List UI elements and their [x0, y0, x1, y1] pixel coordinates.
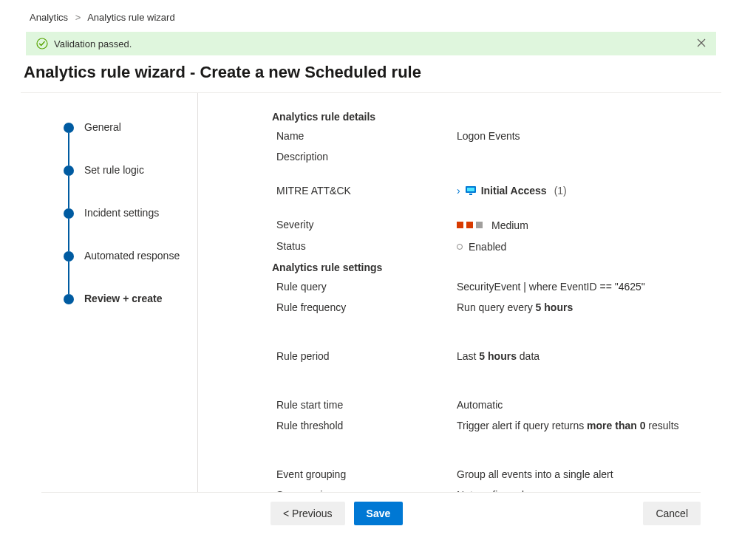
section-rule-details: Analytics rule details [272, 111, 714, 123]
svg-rect-2 [467, 188, 474, 191]
step-dot-icon [64, 294, 74, 304]
chevron-right-icon: › [457, 185, 460, 197]
footer: < Previous Save Cancel [41, 492, 701, 534]
label-description: Description [272, 151, 457, 163]
breadcrumb: Analytics > Analytics rule wizard [0, 0, 742, 32]
severity-bar-icon [466, 222, 473, 228]
row-name: Name Logon Events [272, 130, 714, 142]
step-incident-settings[interactable]: Incident settings [64, 208, 197, 251]
value-start: Automatic [457, 399, 714, 411]
value-threshold: Trigger alert if query returns more than… [457, 420, 714, 431]
step-label: Review + create [84, 293, 162, 304]
label-severity: Severity [272, 219, 457, 231]
step-label: Automated response [84, 250, 180, 262]
step-dot-icon [64, 123, 74, 133]
row-severity: Severity Medium [272, 219, 714, 231]
value-period: Last 5 hours data [457, 350, 714, 362]
label-query: Rule query [272, 281, 457, 293]
label-status: Status [272, 240, 457, 252]
step-dot-icon [64, 208, 74, 219]
label-period: Rule period [272, 350, 457, 362]
row-description: Description [272, 151, 714, 163]
label-frequency: Rule frequency [272, 301, 457, 313]
check-circle-icon [36, 38, 48, 49]
step-label: General [84, 121, 121, 133]
text: Trigger alert if query returns [457, 420, 587, 431]
mitre-count: (1) [554, 185, 567, 197]
circle-icon [457, 244, 463, 250]
label-grouping: Event grouping [272, 468, 457, 480]
text: results [645, 420, 678, 431]
row-period: Rule period Last 5 hours data [272, 350, 714, 362]
text-bold: more than 0 [587, 420, 645, 431]
mitre-tactic-name: Initial Access [481, 185, 547, 197]
page-title: Analytics rule wizard - Create a new Sch… [24, 63, 742, 82]
row-threshold: Rule threshold Trigger alert if query re… [272, 420, 714, 431]
text: data [517, 350, 540, 362]
text: Run query every [457, 301, 536, 313]
status-text: Enabled [469, 241, 506, 253]
row-status: Status Enabled [272, 240, 714, 253]
label-name: Name [272, 130, 457, 142]
label-mitre: MITRE ATT&CK [272, 185, 457, 197]
row-frequency: Rule frequency Run query every 5 hours [272, 301, 714, 313]
step-set-rule-logic[interactable]: Set rule logic [64, 165, 197, 208]
status-value: Enabled [457, 241, 506, 253]
row-start: Rule start time Automatic [272, 399, 714, 411]
text: Last [457, 350, 479, 362]
row-suppression: Suppression Not configured [272, 489, 714, 493]
step-review-create[interactable]: Review + create [64, 294, 197, 304]
breadcrumb-chevron-icon: > [75, 12, 81, 23]
value-frequency: Run query every 5 hours [457, 301, 714, 313]
row-query: Rule query SecurityEvent | where EventID… [272, 281, 714, 293]
value-query: SecurityEvent | where EventID == "4625" [457, 281, 714, 293]
label-start: Rule start time [272, 399, 457, 411]
mitre-tactic[interactable]: › Initial Access (1) [457, 185, 567, 197]
severity-bar-icon [476, 222, 483, 228]
severity-indicator: Medium [457, 219, 528, 231]
cancel-button[interactable]: Cancel [643, 502, 701, 525]
close-icon[interactable] [697, 38, 706, 49]
step-label: Set rule logic [84, 164, 144, 176]
section-rule-settings: Analytics rule settings [272, 262, 714, 273]
value-grouping: Group all events into a single alert [457, 468, 714, 480]
severity-bar-icon [457, 222, 463, 228]
breadcrumb-current: Analytics rule wizard [87, 12, 175, 23]
step-automated-response[interactable]: Automated response [64, 251, 197, 294]
step-label: Incident settings [84, 207, 159, 219]
text-bold: 5 hours [479, 350, 517, 362]
text-bold: 5 hours [536, 301, 573, 313]
monitor-icon [465, 185, 477, 196]
step-dot-icon [64, 165, 74, 176]
value-suppression: Not configured [457, 489, 714, 493]
validation-message: Validation passed. [54, 38, 132, 49]
validation-banner: Validation passed. [26, 32, 716, 55]
breadcrumb-root[interactable]: Analytics [30, 12, 68, 23]
step-general[interactable]: General [64, 123, 197, 165]
row-grouping: Event grouping Group all events into a s… [272, 468, 714, 480]
details-pane[interactable]: Analytics rule details Name Logon Events… [198, 93, 721, 492]
save-button[interactable]: Save [354, 502, 404, 525]
row-mitre: MITRE ATT&CK › Initial Access (1) [272, 185, 714, 197]
step-dot-icon [64, 251, 74, 262]
value-name: Logon Events [457, 130, 714, 142]
svg-rect-3 [469, 194, 472, 195]
previous-button[interactable]: < Previous [270, 502, 345, 525]
label-threshold: Rule threshold [272, 420, 457, 431]
label-suppression: Suppression [272, 489, 457, 493]
wizard-steps: General Set rule logic Incident settings… [21, 93, 198, 492]
severity-text: Medium [491, 219, 528, 231]
